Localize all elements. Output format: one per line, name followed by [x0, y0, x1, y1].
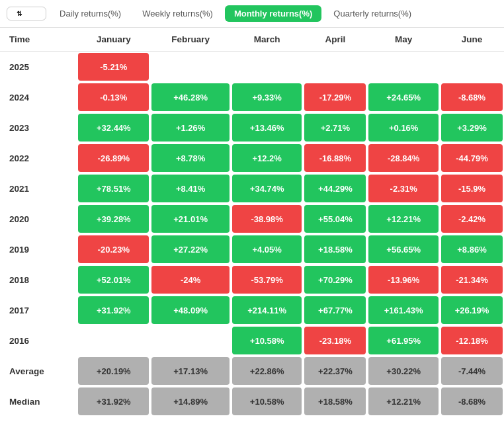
footer-cell-value: +30.22%: [368, 357, 439, 385]
footer-cell: -8.68%: [440, 386, 504, 417]
data-cell: -13.96%: [367, 264, 440, 295]
data-cell: +2.71%: [303, 112, 367, 143]
tab-group: Daily returns(%)Weekly returns(%)Monthly…: [50, 5, 497, 22]
data-cell: -24%: [150, 264, 231, 295]
col-header-february: February: [150, 28, 231, 52]
cell-value: -12.18%: [441, 327, 503, 354]
cell-value: +1.26%: [151, 114, 230, 142]
table-row: 2022-26.89%+8.78%+12.2%-16.88%-28.84%-44…: [0, 143, 504, 173]
data-cell: +24.65%: [367, 82, 440, 112]
data-cell: -16.88%: [303, 143, 367, 173]
tab-daily[interactable]: Daily returns(%): [50, 5, 130, 22]
footer-cell-value: +22.37%: [304, 357, 366, 385]
footer-cell-value: +22.86%: [232, 357, 302, 385]
data-cell: +48.09%: [150, 295, 231, 325]
data-cell: -2.31%: [367, 173, 440, 204]
cell-value: +8.41%: [151, 175, 230, 202]
footer-cell-value: +18.58%: [304, 387, 366, 415]
year-cell: 2023: [0, 112, 77, 143]
table-row: 2023+32.44%+1.26%+13.46%+2.71%+0.16%+3.2…: [0, 112, 504, 143]
year-cell: 2018: [0, 264, 77, 295]
cell-value: -23.18%: [304, 327, 366, 354]
cell-value: -15.9%: [441, 175, 503, 202]
data-cell: +61.95%: [367, 325, 440, 356]
footer-cell: +22.37%: [303, 356, 367, 386]
data-cell: -38.98%: [231, 204, 304, 234]
tab-weekly[interactable]: Weekly returns(%): [133, 5, 222, 22]
data-cell: +8.41%: [150, 173, 231, 204]
cell-value: +70.29%: [304, 266, 366, 294]
col-header-may: May: [367, 28, 440, 52]
cell-value: +0.16%: [368, 114, 439, 142]
data-cell: +10.58%: [231, 325, 304, 356]
cell-value: +8.86%: [441, 235, 503, 263]
data-cell: [150, 325, 231, 356]
cell-value: +48.09%: [151, 296, 230, 324]
table-row: 2024-0.13%+46.28%+9.33%-17.29%+24.65%-8.…: [0, 82, 504, 112]
footer-cell: +14.89%: [150, 386, 231, 417]
asset-selector[interactable]: ⇅: [7, 7, 46, 20]
data-cell: +34.74%: [231, 173, 304, 204]
cell-value: -24%: [151, 266, 230, 294]
table-row: 2020+39.28%+21.01%-38.98%+55.04%+12.21%-…: [0, 204, 504, 234]
data-cell: +56.65%: [367, 234, 440, 264]
cell-value: +12.2%: [232, 144, 302, 172]
tab-monthly[interactable]: Monthly returns(%): [225, 5, 321, 22]
data-cell: [367, 52, 440, 83]
data-cell: +18.58%: [303, 234, 367, 264]
data-cell: -5.21%: [77, 52, 150, 83]
data-cell: -20.23%: [77, 234, 150, 264]
cell-value: -26.89%: [78, 144, 149, 172]
year-cell: 2025: [0, 52, 77, 83]
table-row: 2021+78.51%+8.41%+34.74%+44.29%-2.31%-15…: [0, 173, 504, 204]
footer-label: Average: [0, 356, 77, 386]
footer-cell: +22.86%: [231, 356, 304, 386]
data-cell: +70.29%: [303, 264, 367, 295]
year-cell: 2021: [0, 173, 77, 204]
cell-value: -5.21%: [78, 53, 149, 81]
data-cell: +12.21%: [367, 204, 440, 234]
data-cell: +78.51%: [77, 173, 150, 204]
tab-quarterly[interactable]: Quarterly returns(%): [324, 5, 421, 22]
year-cell: 2019: [0, 234, 77, 264]
cell-value: -13.96%: [368, 266, 439, 294]
year-cell: 2016: [0, 325, 77, 356]
data-cell: +27.22%: [150, 234, 231, 264]
cell-value: +2.71%: [304, 114, 366, 142]
cell-value: +161.43%: [368, 296, 439, 324]
cell-value: +13.46%: [232, 114, 302, 142]
cell-value: +9.33%: [232, 83, 302, 111]
data-cell: -21.34%: [440, 264, 504, 295]
data-cell: -23.18%: [303, 325, 367, 356]
cell-value: -16.88%: [304, 144, 366, 172]
data-cell: +9.33%: [231, 82, 304, 112]
footer-cell: +17.13%: [150, 356, 231, 386]
cell-value: -53.79%: [232, 266, 302, 294]
data-cell: [303, 52, 367, 83]
cell-value: +3.29%: [441, 114, 503, 142]
data-cell: +0.16%: [367, 112, 440, 143]
data-cell: +31.92%: [77, 295, 150, 325]
footer-cell: +12.21%: [367, 386, 440, 417]
col-header-june: June: [440, 28, 504, 52]
data-cell: +46.28%: [150, 82, 231, 112]
data-cell: +26.19%: [440, 295, 504, 325]
data-cell: +55.04%: [303, 204, 367, 234]
table-row: 2025-5.21%: [0, 52, 504, 83]
year-cell: 2024: [0, 82, 77, 112]
data-cell: -28.84%: [367, 143, 440, 173]
data-cell: +39.28%: [77, 204, 150, 234]
cell-value: +18.58%: [304, 235, 366, 263]
data-cell: [77, 325, 150, 356]
cell-value: +26.19%: [441, 296, 503, 324]
data-cell: +44.29%: [303, 173, 367, 204]
cell-value: -8.68%: [441, 83, 503, 111]
footer-cell: +31.92%: [77, 386, 150, 417]
cell-value: -28.84%: [368, 144, 439, 172]
data-cell: +8.86%: [440, 234, 504, 264]
footer-cell: +10.58%: [231, 386, 304, 417]
data-cell: -53.79%: [231, 264, 304, 295]
data-cell: -17.29%: [303, 82, 367, 112]
data-cell: -26.89%: [77, 143, 150, 173]
cell-value: +52.01%: [78, 266, 149, 294]
